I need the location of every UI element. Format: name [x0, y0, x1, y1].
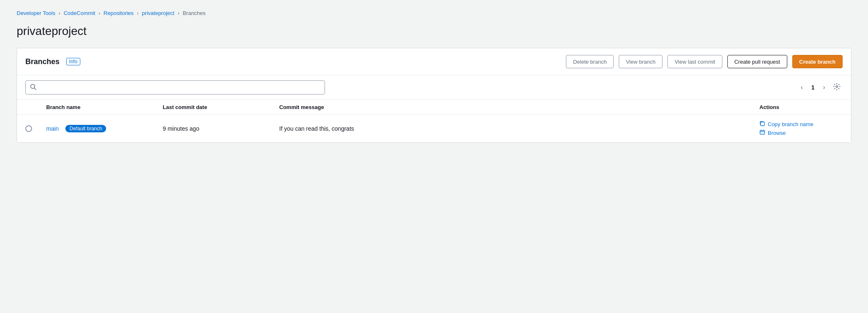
row-radio-button[interactable] [25, 125, 32, 132]
pagination-controls: ‹ 1 › [798, 81, 843, 94]
table-settings-button[interactable] [831, 81, 843, 94]
page-title: privateproject [17, 25, 851, 38]
col-header-commit-date: Last commit date [163, 104, 279, 110]
col-header-branch-name: Branch name [46, 104, 163, 110]
next-page-button[interactable]: › [821, 82, 828, 93]
pagination-current-page: 1 [809, 84, 817, 91]
search-bar-row: ‹ 1 › [17, 75, 851, 100]
breadcrumb-sep-2: › [99, 10, 100, 16]
search-wrapper[interactable] [25, 80, 325, 94]
svg-point-2 [836, 86, 838, 87]
view-branch-button[interactable]: View branch [619, 55, 662, 68]
browse-label: Browse [768, 130, 786, 136]
delete-branch-button[interactable]: Delete branch [566, 55, 614, 68]
actions-cell: Copy branch name Browse [759, 121, 843, 137]
breadcrumb-repositories[interactable]: Repositories [104, 10, 134, 16]
default-branch-badge: Default branch [65, 125, 106, 132]
row-select-cell[interactable] [25, 125, 46, 132]
svg-line-1 [35, 88, 36, 89]
col-header-select [25, 104, 46, 110]
copy-branch-name-link[interactable]: Copy branch name [759, 121, 843, 128]
copy-branch-name-label: Copy branch name [768, 121, 813, 127]
browse-icon [759, 129, 765, 137]
svg-rect-3 [761, 122, 764, 126]
breadcrumb: Developer Tools › CodeCommit › Repositor… [17, 10, 851, 16]
commit-date-cell: 9 minutes ago [163, 125, 279, 132]
copy-icon [759, 121, 765, 128]
table-row: main Default branch 9 minutes ago If you… [17, 115, 851, 142]
view-last-commit-button[interactable]: View last commit [667, 55, 722, 68]
col-header-commit-message: Commit message [279, 104, 759, 110]
breadcrumb-sep-3: › [137, 10, 139, 16]
breadcrumb-privateproject[interactable]: privateproject [142, 10, 174, 16]
create-pull-request-button[interactable]: Create pull request [727, 55, 787, 68]
commit-message-cell: If you can read this, congrats [279, 125, 759, 132]
breadcrumb-sep-1: › [59, 10, 60, 16]
search-icon [30, 84, 37, 92]
card-title: Branches [25, 57, 60, 66]
info-badge[interactable]: Info [66, 58, 80, 65]
branches-card: Branches Info Delete branch View branch … [17, 48, 851, 143]
prev-page-button[interactable]: ‹ [798, 82, 805, 93]
branch-name-cell: main Default branch [46, 125, 163, 132]
browse-link[interactable]: Browse [759, 129, 843, 137]
table-header: Branch name Last commit date Commit mess… [17, 100, 851, 115]
svg-rect-4 [760, 131, 765, 134]
breadcrumb-branches: Branches [183, 10, 206, 16]
card-header: Branches Info Delete branch View branch … [17, 48, 851, 75]
branch-name-link[interactable]: main [46, 125, 59, 132]
breadcrumb-developer-tools[interactable]: Developer Tools [17, 10, 55, 16]
create-branch-button[interactable]: Create branch [792, 55, 843, 68]
col-header-actions: Actions [759, 104, 843, 110]
search-input[interactable] [40, 84, 320, 91]
breadcrumb-sep-4: › [178, 10, 179, 16]
breadcrumb-codecommit[interactable]: CodeCommit [64, 10, 95, 16]
